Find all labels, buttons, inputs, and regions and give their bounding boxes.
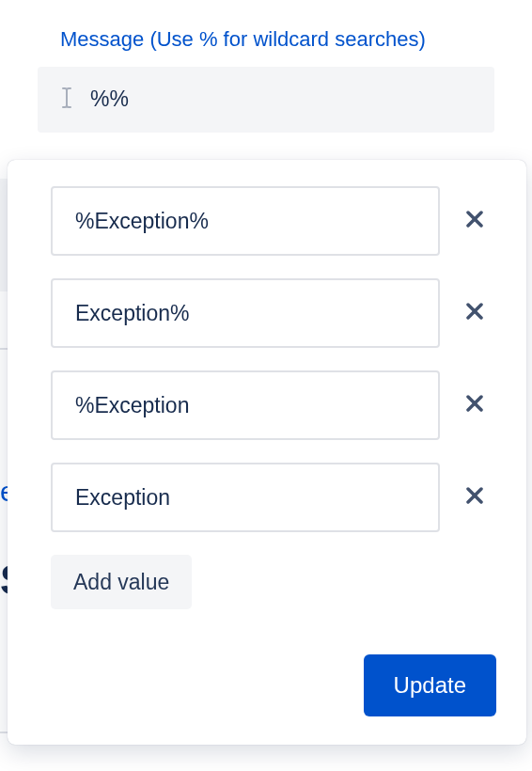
value-input[interactable]: Exception% bbox=[51, 278, 440, 348]
popover-footer: Update bbox=[51, 654, 496, 716]
add-value-button[interactable]: Add value bbox=[51, 555, 192, 609]
value-text: %Exception bbox=[75, 393, 189, 418]
value-input[interactable]: %Exception bbox=[51, 370, 440, 440]
add-value-label: Add value bbox=[73, 570, 169, 595]
remove-value-button[interactable] bbox=[459, 481, 491, 513]
update-button-label: Update bbox=[394, 672, 466, 699]
multi-value-editor-popover: %Exception% Exception% %Ex bbox=[8, 160, 526, 745]
remove-value-button[interactable] bbox=[459, 389, 491, 421]
text-cursor-icon bbox=[60, 87, 73, 112]
close-icon bbox=[463, 208, 486, 234]
value-text: %Exception% bbox=[75, 209, 209, 234]
close-icon bbox=[463, 300, 486, 326]
value-input[interactable]: %Exception% bbox=[51, 186, 440, 256]
message-field-label: Message (Use % for wildcard searches) bbox=[0, 0, 532, 67]
remove-value-button[interactable] bbox=[459, 205, 491, 237]
value-row: %Exception% bbox=[51, 186, 496, 256]
value-row: Exception% bbox=[51, 278, 496, 348]
value-row: %Exception bbox=[51, 370, 496, 440]
remove-value-button[interactable] bbox=[459, 297, 491, 329]
close-icon bbox=[463, 484, 486, 511]
value-text: Exception bbox=[75, 485, 170, 511]
message-search-input[interactable]: %% bbox=[38, 67, 494, 133]
update-button[interactable]: Update bbox=[364, 654, 496, 716]
message-search-value: %% bbox=[90, 87, 129, 112]
value-text: Exception% bbox=[75, 301, 189, 326]
close-icon bbox=[463, 392, 486, 418]
value-row: Exception bbox=[51, 463, 496, 532]
value-input[interactable]: Exception bbox=[51, 463, 440, 532]
